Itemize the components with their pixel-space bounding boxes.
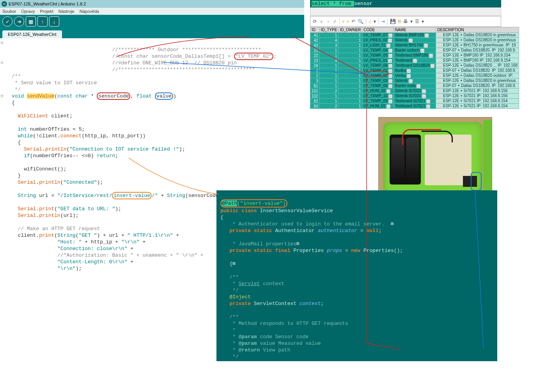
toolbar: ✓ ➔ ▦ ↑ ↓ <box>0 15 304 28</box>
menu-tools[interactable]: Nástroje <box>58 9 74 14</box>
undo-icon[interactable]: ↶ <box>351 19 355 24</box>
menu-icon[interactable]: ☰ <box>415 19 419 24</box>
add-icon[interactable]: ＋ <box>319 18 324 25</box>
find-icon[interactable]: 🔍 <box>358 19 363 24</box>
table-row[interactable]: 8321LV_HUM_01…Testboard Si7021…… ESP-12E… <box>310 104 519 109</box>
menu-edit[interactable]: Úpravy <box>21 9 35 14</box>
col-id_type[interactable]: ID_TYPE <box>319 27 339 33</box>
copy-icon[interactable]: ⎘ <box>398 19 401 24</box>
col-description[interactable]: DESCRIPTION <box>436 27 519 33</box>
filter2-icon[interactable]: ▿ <box>347 19 349 24</box>
col-name[interactable]: NAME <box>394 27 436 33</box>
lv-temp-02-literal: "LV_TEMP_02" <box>234 53 274 60</box>
filter-icon[interactable]: ▿ <box>342 19 344 24</box>
commit-icon[interactable]: ✓ <box>333 19 337 24</box>
refresh-icon[interactable]: ⟳ <box>313 19 317 24</box>
sql-query[interactable]: select * from sensor <box>310 0 501 7</box>
table-row[interactable]: 4111LV_TEMP_07…Skleník BMP180…… ESP-12E … <box>310 33 519 38</box>
path-annotation: @Path("insert-value") <box>220 199 287 208</box>
table-row[interactable]: 4331LV_LIGH_01…Skleník BH1750…… ESP-12E … <box>310 43 519 48</box>
table-row[interactable]: 2111LV_TEMP_04…Bazén vzduch…… ESP-07 + D… <box>310 48 519 53</box>
table-row[interactable]: 2341LV_PRES_01…Testboard…… ESP-12E + BMP… <box>310 58 519 63</box>
menu-help[interactable]: Nápověda <box>80 9 99 14</box>
table-row[interactable]: 10211LV_TEMP_10…Skleník Si7021…… ESP-12E… <box>310 94 519 99</box>
window-title: ESP07-12E_WeatherClnt | Arduino 1.8.2 <box>9 0 86 8</box>
db-toolbar[interactable]: ⟳ ＋ － ✓ ▿ ▿ ↶ 🔍 ⌂ ▾ ⇥ 💾 ⎘ 🖶 ▾ ☰▾ <box>310 16 501 27</box>
verify-button[interactable]: ✓ <box>2 16 12 27</box>
table-row[interactable]: 10121LV_HUM_02…Skleník Si7021…… ESP-12E … <box>310 89 519 94</box>
new-button[interactable]: ▦ <box>26 16 36 27</box>
hardware-photo <box>378 117 492 203</box>
upload-button[interactable]: ➔ <box>14 16 24 27</box>
sensor-table[interactable]: IDID_TYPEID_OWNERCODENAMEDESCRIPTION 411… <box>310 27 519 109</box>
sensor-highlight <box>471 172 482 191</box>
col-id[interactable]: ID <box>310 27 320 33</box>
table-row[interactable]: 311LV_TEMP_03…Skleník…… ESP-12E + Dallas… <box>310 78 519 83</box>
open-button[interactable]: ↑ <box>37 16 48 27</box>
fold-gutter: ⊟ ⊟ ⊟ <box>1 40 3 99</box>
sendvalue-fn: sendValue <box>27 93 54 99</box>
menu-bar[interactable]: Soubor Úpravy Projekt Nástroje Nápověda <box>0 8 304 15</box>
save-icon[interactable]: 💾 <box>390 19 396 24</box>
param-sensorcode: sensorCode <box>97 92 130 100</box>
table-row[interactable]: 8211LV_TEMP_09…Testboard Si7021…… ESP-12… <box>310 99 519 104</box>
home-icon[interactable]: ⌂ <box>369 19 371 24</box>
save-button[interactable]: ↓ <box>49 16 59 27</box>
table-row[interactable]: 2211LV_TEMP_05…Testboard BMP180…… ESP-12… <box>310 53 519 58</box>
tab-bar: ESP07-12E_WeatherClnt <box>0 28 304 38</box>
menu-file[interactable]: Soubor <box>2 9 16 14</box>
arduino-icon: ∞ <box>2 1 7 7</box>
insert-value-url: insert-value <box>112 192 152 199</box>
export-icon[interactable]: ⇥ <box>381 19 385 24</box>
param-value: value <box>155 92 173 100</box>
java-editor[interactable]: @Path("insert-value") public class Inser… <box>216 190 497 361</box>
print-icon[interactable]: 🖶 <box>403 19 408 24</box>
title-bar: ∞ ESP07-12E_WeatherClnt | Arduino 1.8.2 <box>0 0 304 8</box>
table-row[interactable]: 111LV_TEMP_01…Budka…… ESP-07 + Dallas DS… <box>310 68 519 73</box>
menu-sketch[interactable]: Projekt <box>40 9 53 14</box>
col-id_owner[interactable]: ID_OWNER <box>339 27 362 33</box>
remove-icon[interactable]: － <box>326 18 331 25</box>
sketch-tab[interactable]: ESP07-12E_WeatherClnt <box>2 30 62 38</box>
table-row[interactable]: 211LV_TEMP_02…Venku…… ESP-12E + Dallas D… <box>310 73 519 78</box>
table-row[interactable]: 4241LV_PRES_02…Skleník…… ESP-12E + Dalla… <box>310 38 519 43</box>
col-code[interactable]: CODE <box>362 27 394 33</box>
table-row[interactable]: 2411LV_TEMP_06…Testboard DS18B20…… ESP-1… <box>310 63 519 68</box>
db-panel: select * from sensor ⟳ ＋ － ✓ ▿ ▿ ↶ 🔍 ⌂ ▾… <box>310 0 501 109</box>
table-row[interactable]: 6111LV_TEMP_08…Bazén voda…… ESP-07 + Dal… <box>310 83 519 89</box>
